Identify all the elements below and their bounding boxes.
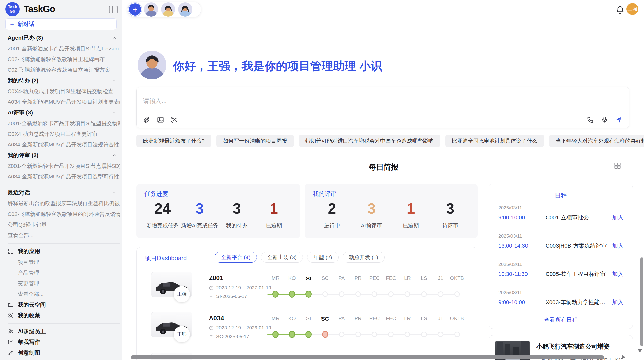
schedule-meeting-title: C003|H0B-方案冻结评审 [546,242,608,250]
sidebar-item-my-apps[interactable]: 我的应用 [8,246,120,257]
list-item[interactable]: C0X4-动力总成开发项目SI里程碑提交物检查 [8,86,120,97]
project-owner-badge: 王强 [174,286,190,302]
milestone: LS [416,313,432,343]
cloud-folder-icon [8,302,14,308]
suggestion-chip[interactable]: 特朗普可能对进口汽车增税会对中国车企造成哪些影响 [299,135,440,147]
tab-model-year[interactable]: 年型 (2) [307,252,339,263]
join-link[interactable]: 加入 [612,214,623,221]
join-link[interactable]: 加入 [612,298,623,306]
schedule-title: 日程 [498,191,623,200]
scissors-icon[interactable] [171,116,178,123]
chevron-up-icon[interactable] [112,190,117,195]
sidebar-item-help-write[interactable]: 帮我写作 [8,337,120,348]
view-all-schedule-link[interactable]: 查看所有日程 [498,316,623,324]
stat-overdue: 1已逾期 [255,200,292,229]
project-dashboard-card: 项目Dashboard 全新平台 (4) 全新上装 (3) 年型 (2) 动总开… [136,247,477,360]
agent-avatar[interactable] [178,2,192,17]
add-conversation-button[interactable]: + [129,3,141,16]
milestone: MR [267,313,284,343]
suggestion-chip[interactable]: 比亚迪全固态电池计划具体说了什么 [445,135,544,147]
tab-powertrain[interactable]: 动总开发 (1) [343,252,385,263]
list-item[interactable]: C02-飞腾新能源轻客改款项目立项汇报方案 [8,65,120,75]
horizontal-scrollbar-thumb[interactable] [131,355,604,359]
list-item[interactable]: Z001-全新燃油轻卡产品开发项目SI节点属性5D文件评审 [8,161,120,171]
chevron-up-icon[interactable] [112,153,117,158]
schedule-date: 2025/03/11 [498,233,623,239]
section-ai-review[interactable]: AI评审 (3) [8,107,120,118]
milestone: FEC [383,273,399,303]
agent-avatar[interactable] [161,2,175,17]
tab-new-body[interactable]: 全新上装 (3) [261,252,303,263]
chevron-up-icon[interactable] [112,78,117,83]
user-avatar[interactable]: 王强 [626,3,638,15]
section-recent-chats[interactable]: 最近对话 [8,187,120,198]
attachment-icon[interactable] [143,116,150,123]
project-row[interactable]: 王强 A034 2023-12-19 ~ 2026-01-19 SC-2025-… [137,309,477,348]
assistant-avatar [138,51,166,79]
join-link[interactable]: 加入 [612,270,623,278]
scroll-down-arrow[interactable] [638,349,642,353]
divider [8,323,120,324]
chevron-up-icon[interactable] [112,35,117,40]
app-link-change-mgmt[interactable]: 变更管理 [8,278,120,289]
app-link-product-mgmt[interactable]: 产品管理 [8,267,120,278]
list-item[interactable]: C0X4-动力总成开发项目工程变更评审 [8,129,120,139]
list-item[interactable]: A034-全新新能源MUV产品开发项目法规符合性评审 [8,139,120,150]
recent-chat-item[interactable]: C02-飞腾新能源轻客改款项目的闭环通告反馈情况 [8,209,120,219]
sidebar-item-cloud-space[interactable]: 我的云空间 [8,299,120,310]
schedule-meeting-title: X003-车辆动力学性能验... [546,298,608,306]
schedule-meeting-title: C001-立项审批会 [546,214,608,221]
tab-new-platform[interactable]: 全新平台 (4) [215,252,257,263]
recent-chat-item[interactable]: 解释最新出台的欧盟报废车法规再生塑料比例被调至15%... [8,198,120,209]
layout-grid-icon[interactable] [614,162,621,169]
recent-view-all[interactable]: 查看全部... [8,230,120,241]
microphone-icon[interactable] [601,116,608,123]
agent-avatar[interactable] [144,2,158,17]
project-flag-milestone: SC-2025-05-17 [209,334,249,339]
card-title: 任务进度 [144,190,168,198]
milestone: PEC [366,273,383,303]
milestone: LR [399,313,416,343]
suggestion-chip[interactable]: 当下年轻人对汽车外观有怎样的喜好趋势 [549,135,644,147]
write-icon [8,339,14,345]
vertical-scrollbar-thumb[interactable] [640,257,643,346]
list-item[interactable]: Z001-全新燃油皮卡产品开发项目SI节点Lesson Learn报告 [8,43,120,54]
chat-input[interactable] [143,97,525,104]
milestone: LR [399,273,416,303]
project-name: A034 [209,314,224,322]
section-agent-done[interactable]: Agent已办 (3) [8,33,120,43]
project-row[interactable]: 王强 Z001 2023-12-19 ~ 2027-01-19 SI-2025-… [137,269,477,307]
suggestion-chip[interactable]: 欧洲新规最近颁布了什么? [136,135,211,147]
send-icon[interactable] [615,116,622,123]
stat-ai-prereview: 3AI预评审 [352,200,391,229]
schedule-time: 9:00-10:00 [498,299,546,306]
scroll-right-arrow[interactable] [622,355,625,359]
sidebar-collapse-icon[interactable] [109,6,118,13]
list-item[interactable]: Z001-全新燃油轻卡产品开发项目SI造型提交物评审 [8,118,120,129]
chevron-up-icon[interactable] [112,110,117,115]
list-item[interactable]: A034-全新新能源MUV产品开发项目计划变更表编写 [8,97,120,107]
daily-brief-title: 每日简报 [136,162,631,172]
sidebar-item-ai-staff[interactable]: AI超级员工 [8,326,120,337]
image-icon[interactable] [157,116,164,123]
app-link-project-mgmt[interactable]: 项目管理 [8,257,120,267]
apps-view-all[interactable]: 查看全部... [8,289,120,299]
suggestion-chip[interactable]: 如何写一份清晰的项目周报 [216,135,294,147]
new-chat-button[interactable]: + 新对话 [5,18,117,30]
stat-new-done: 24新增完成任务 [144,200,181,229]
sidebar-item-creative-draw[interactable]: 创意制图 [8,348,120,358]
join-link[interactable]: 加入 [612,242,623,250]
list-item[interactable]: C02-飞腾新能源轻客改款项目里程碑画布 [8,54,120,65]
phone-icon[interactable] [587,116,594,123]
notifications-bell-icon[interactable] [616,5,625,15]
milestone-current: SC [317,313,333,343]
star-circle-icon [8,312,14,319]
section-my-todo[interactable]: 我的待办 (2) [8,75,120,86]
divider [8,243,120,244]
list-item[interactable]: A034-全新新能源MUV产品开发项目造型可行性评审 [8,171,120,182]
sidebar-item-favorites[interactable]: 我的收藏 [8,310,120,321]
section-my-review[interactable]: 我的评审 (2) [8,150,120,161]
recent-chat-item[interactable]: 公司Q3轻卡销量 [8,219,120,230]
stat-overdue: 1已逾期 [391,200,431,229]
stat-pending-review: 3待评审 [431,200,470,229]
